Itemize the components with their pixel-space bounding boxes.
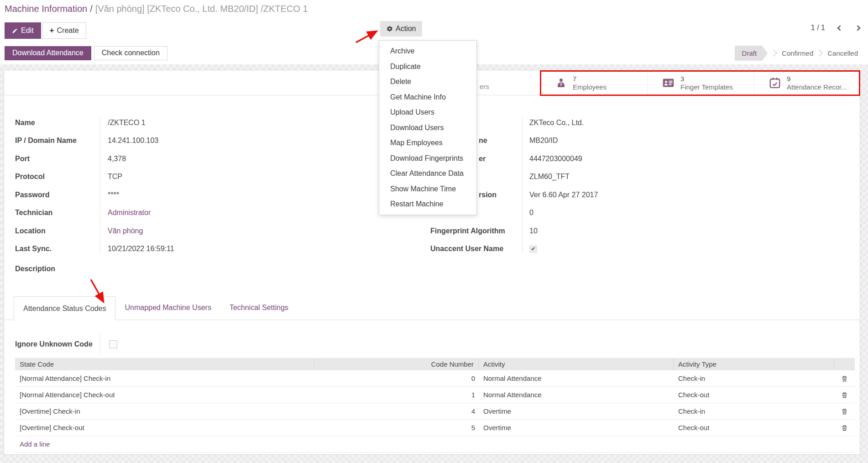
field-label: IP / Domain Name [15, 137, 100, 145]
pager: 1 / 1 [811, 24, 860, 32]
statusbar: Draft Confirmed Cancelled [735, 45, 862, 61]
form-field-row: er 4447203000049 [430, 150, 769, 168]
check-connection-button[interactable]: Check connection [94, 46, 167, 60]
field-value: 10 [522, 227, 538, 235]
table-row[interactable]: [Overtime] Check-out 5 Overtime Check-ou… [15, 420, 855, 436]
field-label: rsion [479, 191, 522, 199]
column-header-activity-type[interactable]: Activity Type [674, 358, 834, 370]
field-label: Password [15, 191, 100, 199]
pager-previous-icon[interactable] [837, 25, 843, 31]
ignore-unknown-code-checkbox[interactable] [109, 340, 117, 348]
checked-checkbox[interactable]: ✔ [529, 245, 537, 253]
stat-value: 9 [787, 75, 847, 83]
download-attendance-button[interactable]: Download Attendance [5, 46, 91, 60]
id-card-icon [662, 77, 675, 89]
tab-unmapped-machine-users[interactable]: Unmapped Machine Users [115, 296, 220, 320]
form-field-row: ZLM60_TFT [430, 168, 769, 186]
pager-count: 1 / 1 [811, 24, 825, 32]
action-menu-item[interactable]: Show Machine Time [379, 181, 476, 197]
form-field-row: Name /ZKTECO 1 [15, 114, 298, 132]
field-label: Port [15, 155, 100, 163]
stat-button-employees[interactable]: 7 Employees [540, 70, 647, 95]
tab-attendance-status-codes[interactable]: Attendance Status Codes [14, 296, 115, 320]
form-field-row: rsion Ver 6.60 Apr 27 2017 [430, 186, 769, 204]
ignore-unknown-code-row: Ignore Unknown Code [15, 335, 298, 353]
status-step-confirmed[interactable]: Confirmed [782, 49, 813, 57]
calendar-check-icon [769, 77, 781, 89]
form-field-row: Location Văn phòng [15, 222, 298, 240]
column-header-activity[interactable]: Activity [479, 358, 674, 370]
column-header-code-number[interactable]: Code Number [314, 358, 479, 370]
status-step-draft[interactable]: Draft [735, 46, 768, 61]
ignore-unknown-code-label: Ignore Unknown Code [15, 340, 100, 348]
form-field-row: ZKTeco Co., Ltd. [430, 114, 769, 132]
add-a-line-link[interactable]: Add a line [15, 436, 855, 452]
table-row[interactable]: [Normal Attendance] Check-in 0 Normal At… [15, 370, 855, 387]
toolbar: Edit + Create [5, 21, 86, 40]
field-value: 4447203000049 [522, 155, 582, 163]
cell-activity-type: Check-out [674, 420, 834, 436]
delete-row-button[interactable] [841, 424, 848, 431]
breadcrumb-section-link[interactable]: Machine Information [5, 4, 87, 14]
action-menu-item[interactable]: Restart Machine [379, 196, 476, 212]
action-menu-item[interactable]: Delete [379, 74, 476, 89]
field-label: Name [15, 119, 100, 127]
action-menu-item[interactable]: Get Machine Info [379, 89, 476, 105]
delete-row-button[interactable] [841, 408, 848, 415]
status-codes-table: State Code Code Number Activity Activity… [15, 358, 855, 452]
cell-activity: Normal Attendance [479, 370, 674, 386]
cell-code-number: 4 [314, 403, 479, 419]
field-label: Location [15, 227, 100, 235]
field-value: 14.241.100.103 [100, 137, 158, 145]
pager-next-icon[interactable] [855, 25, 861, 31]
edit-button[interactable]: Edit [5, 22, 41, 39]
delete-row-button[interactable] [841, 375, 848, 382]
cell-code-number: 5 [314, 420, 479, 436]
gear-icon [387, 26, 393, 32]
cell-activity: Overtime [479, 420, 674, 436]
field-label: Fingerprint Algorithm [430, 227, 522, 235]
action-button[interactable]: Action [380, 21, 422, 37]
machine-information-page: { "colors": { "accent": "#7c4b7c", "anno… [0, 0, 868, 463]
table-row[interactable]: [Overtime] Check-in 4 Overtime Check-in [15, 403, 855, 420]
action-menu-item[interactable]: Download Users [379, 120, 476, 136]
action-menu-item[interactable]: Duplicate [379, 59, 476, 74]
create-button[interactable]: + Create [42, 22, 86, 39]
action-menu-item[interactable]: Archive [379, 43, 476, 59]
table-body: [Normal Attendance] Check-in 0 Normal At… [15, 370, 855, 436]
tab-technical-settings[interactable]: Technical Settings [220, 296, 298, 320]
field-value: Ver 6.60 Apr 27 2017 [522, 191, 598, 199]
action-menu-item[interactable]: Download Fingerprints [379, 151, 476, 166]
column-header-actions [834, 358, 855, 370]
action-menu-item[interactable]: Map Employees [379, 135, 476, 151]
stat-buttons: 7 Employees 3 Finger Templates [540, 70, 861, 95]
action-menu-item[interactable]: Upload Users [379, 105, 476, 120]
form-left-column: Name /ZKTECO 1 IP / Domain Name 14.241.1… [15, 114, 298, 258]
field-value: Văn phòng [100, 227, 143, 235]
stat-button-attendance-records[interactable]: 9 Attendance Recor... [754, 70, 861, 95]
description-label: Description [15, 265, 55, 273]
field-value: MB20/ID [522, 137, 558, 145]
stat-value: 7 [573, 75, 607, 83]
stat-button-finger-templates[interactable]: 3 Finger Templates [647, 70, 754, 95]
column-header-state-code[interactable]: State Code [15, 358, 314, 370]
cell-activity: Normal Attendance [479, 387, 674, 403]
cell-activity-type: Check-out [674, 387, 834, 403]
form-field-row: Technician Administrator [15, 204, 298, 222]
cell-code-number: 1 [314, 387, 479, 403]
form-field-row: Last Sync. 10/21/2022 16:59:11 [15, 240, 298, 258]
stat-label: Employees [573, 83, 607, 91]
status-step-cancelled[interactable]: Cancelled [827, 49, 858, 57]
field-value: 4,378 [100, 155, 126, 163]
field-label: er [479, 155, 522, 163]
breadcrumb-record-name: [Văn phòng] [ZKTeco Co., Ltd. MB20/ID] /… [95, 4, 308, 14]
stat-value: 3 [680, 75, 733, 83]
stat-button-machine-users-occluded[interactable]: ers [480, 83, 489, 90]
action-menu-item[interactable]: Clear Attendance Data [379, 166, 476, 181]
field-label: Last Sync. [15, 245, 100, 253]
cell-state-code: [Normal Attendance] Check-in [15, 370, 314, 386]
delete-row-button[interactable] [841, 391, 848, 399]
field-label: Unaccent User Name [430, 245, 522, 253]
header-buttons: Download Attendance Check connection [5, 46, 167, 60]
table-row[interactable]: [Normal Attendance] Check-out 1 Normal A… [15, 387, 855, 403]
